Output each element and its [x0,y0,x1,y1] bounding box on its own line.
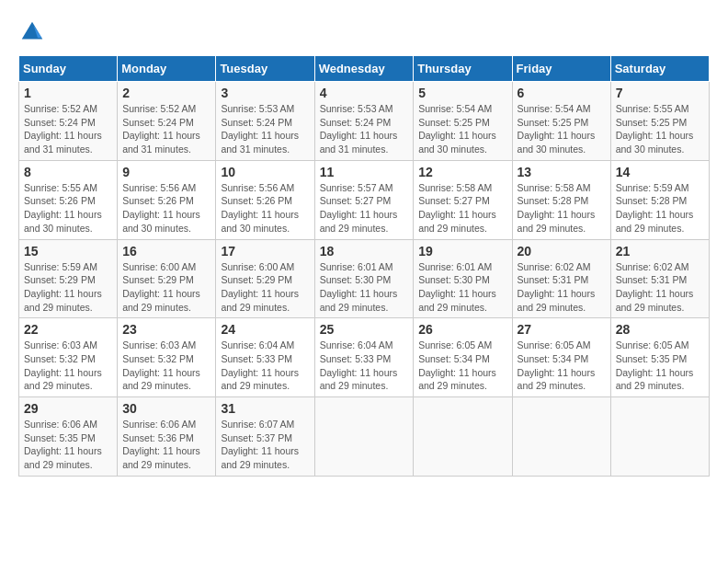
calendar-header-row: SundayMondayTuesdayWednesdayThursdayFrid… [19,56,710,82]
day-cell-12: 12 Sunrise: 5:58 AMSunset: 5:27 PMDaylig… [414,160,512,239]
calendar-week-2: 8 Sunrise: 5:55 AMSunset: 5:26 PMDayligh… [19,160,710,239]
day-info: Sunrise: 6:00 AMSunset: 5:29 PMDaylight:… [122,261,200,313]
day-number: 29 [24,401,112,416]
calendar-week-1: 1 Sunrise: 5:52 AMSunset: 5:24 PMDayligh… [19,82,710,161]
empty-cell [414,397,512,477]
day-info: Sunrise: 5:53 AMSunset: 5:24 PMDaylight:… [320,103,398,155]
calendar-week-5: 29 Sunrise: 6:06 AMSunset: 5:35 PMDaylig… [19,397,710,477]
day-cell-5: 5 Sunrise: 5:54 AMSunset: 5:25 PMDayligh… [414,82,512,161]
day-cell-24: 24 Sunrise: 6:04 AMSunset: 5:33 PMDaylig… [216,318,314,397]
day-cell-22: 22 Sunrise: 6:03 AMSunset: 5:32 PMDaylig… [19,318,118,397]
day-info: Sunrise: 6:05 AMSunset: 5:34 PMDaylight:… [518,339,596,391]
day-info: Sunrise: 6:04 AMSunset: 5:33 PMDaylight:… [221,339,299,391]
day-number: 17 [221,244,309,259]
empty-cell [314,397,414,477]
day-info: Sunrise: 5:56 AMSunset: 5:26 PMDaylight:… [122,182,200,234]
day-cell-28: 28 Sunrise: 6:05 AMSunset: 5:35 PMDaylig… [610,318,709,397]
day-number: 28 [616,322,704,337]
logo-icon [18,18,46,46]
day-cell-25: 25 Sunrise: 6:04 AMSunset: 5:33 PMDaylig… [314,318,414,397]
day-info: Sunrise: 6:07 AMSunset: 5:37 PMDaylight:… [221,419,299,470]
calendar-week-4: 22 Sunrise: 6:03 AMSunset: 5:32 PMDaylig… [19,318,710,397]
day-info: Sunrise: 5:58 AMSunset: 5:28 PMDaylight:… [518,182,596,234]
day-number: 26 [418,322,506,337]
day-cell-10: 10 Sunrise: 5:56 AMSunset: 5:26 PMDaylig… [216,160,314,239]
day-number: 11 [320,165,409,179]
header-thursday: Thursday [414,56,512,82]
day-info: Sunrise: 6:02 AMSunset: 5:31 PMDaylight:… [518,261,596,313]
day-number: 22 [24,322,112,337]
day-info: Sunrise: 5:53 AMSunset: 5:24 PMDaylight:… [221,103,299,155]
day-info: Sunrise: 5:54 AMSunset: 5:25 PMDaylight:… [418,103,496,155]
day-number: 2 [122,86,210,100]
day-number: 16 [122,244,210,259]
day-number: 25 [320,322,409,337]
day-info: Sunrise: 5:57 AMSunset: 5:27 PMDaylight:… [320,182,398,234]
day-number: 5 [418,86,506,100]
day-info: Sunrise: 5:59 AMSunset: 5:28 PMDaylight:… [616,182,694,234]
header-friday: Friday [512,56,610,82]
calendar-week-3: 15 Sunrise: 5:59 AMSunset: 5:29 PMDaylig… [19,239,710,318]
day-info: Sunrise: 5:55 AMSunset: 5:26 PMDaylight:… [24,182,102,234]
day-cell-11: 11 Sunrise: 5:57 AMSunset: 5:27 PMDaylig… [314,160,414,239]
day-number: 1 [24,86,112,100]
day-number: 6 [518,86,606,100]
day-cell-20: 20 Sunrise: 6:02 AMSunset: 5:31 PMDaylig… [512,239,610,318]
day-info: Sunrise: 5:52 AMSunset: 5:24 PMDaylight:… [122,103,200,155]
day-info: Sunrise: 5:52 AMSunset: 5:24 PMDaylight:… [24,103,102,155]
day-info: Sunrise: 6:06 AMSunset: 5:36 PMDaylight:… [122,419,200,470]
header-saturday: Saturday [610,56,709,82]
day-info: Sunrise: 6:00 AMSunset: 5:29 PMDaylight:… [221,261,299,313]
day-cell-26: 26 Sunrise: 6:05 AMSunset: 5:34 PMDaylig… [414,318,512,397]
day-info: Sunrise: 5:58 AMSunset: 5:27 PMDaylight:… [418,182,496,234]
day-cell-3: 3 Sunrise: 5:53 AMSunset: 5:24 PMDayligh… [216,82,314,161]
day-cell-23: 23 Sunrise: 6:03 AMSunset: 5:32 PMDaylig… [118,318,216,397]
day-cell-2: 2 Sunrise: 5:52 AMSunset: 5:24 PMDayligh… [118,82,216,161]
day-info: Sunrise: 5:55 AMSunset: 5:25 PMDaylight:… [616,103,694,155]
day-info: Sunrise: 6:02 AMSunset: 5:31 PMDaylight:… [616,261,694,313]
empty-cell [512,397,610,477]
header-monday: Monday [118,56,216,82]
day-number: 8 [24,165,112,179]
day-number: 18 [320,244,409,259]
day-number: 15 [24,244,112,259]
day-info: Sunrise: 5:56 AMSunset: 5:26 PMDaylight:… [221,182,299,234]
day-cell-21: 21 Sunrise: 6:02 AMSunset: 5:31 PMDaylig… [610,239,709,318]
day-info: Sunrise: 6:05 AMSunset: 5:35 PMDaylight:… [616,339,694,391]
day-number: 3 [221,86,309,100]
day-info: Sunrise: 6:01 AMSunset: 5:30 PMDaylight:… [320,261,398,313]
day-cell-17: 17 Sunrise: 6:00 AMSunset: 5:29 PMDaylig… [216,239,314,318]
day-number: 14 [616,165,704,179]
day-info: Sunrise: 6:06 AMSunset: 5:35 PMDaylight:… [24,419,102,470]
day-number: 20 [518,244,606,259]
day-cell-7: 7 Sunrise: 5:55 AMSunset: 5:25 PMDayligh… [610,82,709,161]
header-sunday: Sunday [19,56,118,82]
logo [18,18,50,46]
day-info: Sunrise: 6:03 AMSunset: 5:32 PMDaylight:… [24,339,102,391]
day-cell-4: 4 Sunrise: 5:53 AMSunset: 5:24 PMDayligh… [314,82,414,161]
day-info: Sunrise: 5:54 AMSunset: 5:25 PMDaylight:… [518,103,596,155]
day-cell-6: 6 Sunrise: 5:54 AMSunset: 5:25 PMDayligh… [512,82,610,161]
day-cell-30: 30 Sunrise: 6:06 AMSunset: 5:36 PMDaylig… [118,397,216,477]
header-tuesday: Tuesday [216,56,314,82]
day-cell-27: 27 Sunrise: 6:05 AMSunset: 5:34 PMDaylig… [512,318,610,397]
day-number: 27 [518,322,606,337]
day-info: Sunrise: 6:05 AMSunset: 5:34 PMDaylight:… [418,339,496,391]
day-cell-9: 9 Sunrise: 5:56 AMSunset: 5:26 PMDayligh… [118,160,216,239]
day-number: 7 [616,86,704,100]
day-info: Sunrise: 5:59 AMSunset: 5:29 PMDaylight:… [24,261,102,313]
day-number: 9 [122,165,210,179]
day-number: 21 [616,244,704,259]
day-cell-29: 29 Sunrise: 6:06 AMSunset: 5:35 PMDaylig… [19,397,118,477]
day-info: Sunrise: 6:04 AMSunset: 5:33 PMDaylight:… [320,339,398,391]
day-cell-8: 8 Sunrise: 5:55 AMSunset: 5:26 PMDayligh… [19,160,118,239]
day-number: 4 [320,86,409,100]
day-cell-16: 16 Sunrise: 6:00 AMSunset: 5:29 PMDaylig… [118,239,216,318]
day-cell-1: 1 Sunrise: 5:52 AMSunset: 5:24 PMDayligh… [19,82,118,161]
day-cell-13: 13 Sunrise: 5:58 AMSunset: 5:28 PMDaylig… [512,160,610,239]
day-info: Sunrise: 6:03 AMSunset: 5:32 PMDaylight:… [122,339,200,391]
day-number: 23 [122,322,210,337]
day-number: 12 [418,165,506,179]
day-number: 19 [418,244,506,259]
day-number: 13 [518,165,606,179]
